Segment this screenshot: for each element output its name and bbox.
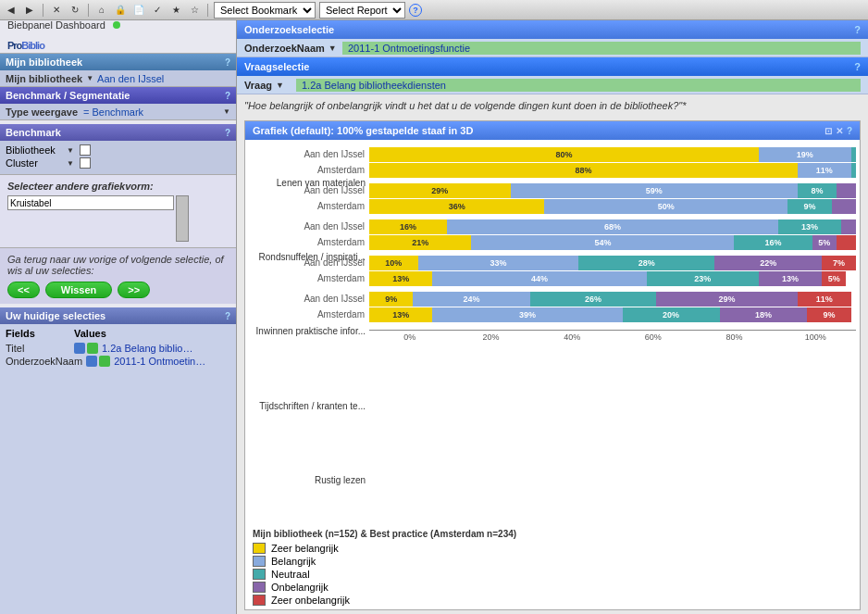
mijn-bibliotheek-help[interactable]: ? bbox=[225, 57, 230, 68]
bar-segment-0-1-2 bbox=[851, 163, 856, 178]
sep1 bbox=[43, 4, 43, 17]
nav-back-icon[interactable]: ◀ bbox=[4, 3, 19, 18]
sidebar: Biebpanel Dashboard ProBiblio Mijn bibli… bbox=[0, 20, 237, 614]
bar-sublabel-1-1: Amsterdam bbox=[254, 199, 365, 214]
report-select[interactable]: Select Report bbox=[319, 2, 405, 19]
chart-area: Lenen van materialenRondsnuffelen / insp… bbox=[245, 140, 860, 523]
bookmark-select[interactable]: Select Bookmark bbox=[214, 2, 316, 19]
cluster-label: Cluster bbox=[6, 157, 61, 169]
bar-segment-4-0-3: 29% bbox=[656, 292, 798, 307]
benchmark-items: Bibliotheek ▼ Cluster ▼ bbox=[0, 141, 236, 174]
chart-label-group-3: Tijdschriften / kranten te... bbox=[249, 401, 366, 411]
chart-label-group-4: Rustig lezen bbox=[249, 475, 366, 485]
bar-segment-4-0-0: 9% bbox=[369, 292, 413, 307]
bar-segment-3-0-3: 22% bbox=[714, 256, 822, 270]
help-icon[interactable]: ? bbox=[409, 4, 422, 17]
legend-item-1: Belangrijk bbox=[253, 556, 852, 567]
vraag-header: Vraagselectie ? bbox=[237, 57, 868, 76]
chart-label-group-2: Inwinnen praktische infor... bbox=[249, 326, 366, 336]
chart-header: Grafiek (default): 100% gestapelde staaf… bbox=[245, 121, 860, 140]
mijn-bibliotheek-dropdown[interactable]: ▼ bbox=[86, 74, 93, 82]
page-icon[interactable]: 📄 bbox=[131, 3, 146, 18]
home-icon[interactable]: ⌂ bbox=[94, 3, 109, 18]
ga-terug-section: Ga terug naar uw vorige of volgende sele… bbox=[0, 247, 236, 304]
vraag-help[interactable]: ? bbox=[854, 61, 861, 72]
star-icon[interactable]: ★ bbox=[168, 3, 183, 18]
bar-segment-2-1-4 bbox=[837, 235, 856, 250]
bar-sublabel-0-0: Aan den IJssel bbox=[254, 147, 365, 162]
chart-label-main-2: Inwinnen praktische infor... bbox=[249, 326, 366, 336]
check-icon[interactable]: ✓ bbox=[150, 3, 165, 18]
legend-items: Zeer belangrijkBelangrijkNeutraalOnbelan… bbox=[253, 543, 852, 606]
stop-icon[interactable]: ✕ bbox=[49, 3, 64, 18]
bar-segment-1-0-1: 59% bbox=[511, 183, 798, 198]
bar-segment-3-0-0: 10% bbox=[369, 256, 418, 270]
type-weergave-value: = Benchmark bbox=[83, 107, 219, 118]
bar-segment-2-0-3 bbox=[841, 219, 856, 234]
green-icon-titel[interactable] bbox=[87, 343, 98, 354]
main-layout: Biebpanel Dashboard ProBiblio Mijn bibli… bbox=[0, 20, 868, 614]
bar-row-1-0: Aan den IJssel29%59%8% bbox=[369, 183, 856, 198]
bar-segment-2-1-2: 16% bbox=[734, 235, 812, 250]
vraag-dropdown-arrow[interactable]: ▼ bbox=[276, 81, 284, 90]
brand-title: ProBiblio bbox=[7, 31, 120, 55]
benchmark-help[interactable]: ? bbox=[225, 91, 230, 101]
selecteer-input[interactable] bbox=[7, 195, 174, 210]
bibliotheek-checkbox[interactable] bbox=[80, 144, 91, 156]
chart-close-icon[interactable]: ✕ bbox=[836, 126, 843, 136]
cluster-checkbox[interactable] bbox=[80, 157, 91, 169]
cluster-row: Cluster ▼ bbox=[6, 157, 230, 169]
bar-segment-3-1-2: 23% bbox=[647, 271, 759, 286]
bibliotheek-arrow[interactable]: ▼ bbox=[67, 146, 74, 155]
toolbar: ◀ ▶ ✕ ↻ ⌂ 🔒 📄 ✓ ★ ☆ Select Bookmark Sele… bbox=[0, 0, 868, 20]
bar-segment-4-1-1: 39% bbox=[432, 307, 622, 322]
mijn-bibliotheek-header: Mijn bibliotheek ? bbox=[0, 54, 236, 70]
legend-label-2: Neutraal bbox=[271, 569, 310, 580]
cluster-arrow[interactable]: ▼ bbox=[67, 159, 74, 168]
mijn-bibliotheek-field-label: Mijn bibliotheek bbox=[6, 73, 82, 84]
bar-segment-4-0-4: 11% bbox=[798, 292, 851, 307]
content-area: Onderzoekselectie ? OnderzoekNaam ▼ 2011… bbox=[237, 20, 868, 614]
bar-row-0-0: Aan den IJssel80%19% bbox=[369, 147, 856, 162]
bar-row-4-1: Amsterdam13%39%20%18%9% bbox=[369, 307, 856, 322]
chart-help-icon[interactable]: ? bbox=[847, 126, 852, 136]
bar-row-1-1: Amsterdam36%50%9% bbox=[369, 199, 856, 214]
edit-icon-onderzoeknaam[interactable] bbox=[86, 356, 97, 367]
forward-button[interactable]: >> bbox=[118, 282, 150, 298]
type-weergave-dropdown[interactable]: ▼ bbox=[223, 107, 230, 116]
lock-icon[interactable]: 🔒 bbox=[113, 3, 128, 18]
bar-segment-2-1-3: 5% bbox=[812, 235, 837, 250]
bar-group-2: Aan den IJssel16%68%13%Amsterdam21%54%16… bbox=[369, 219, 856, 250]
nav-forward-icon[interactable]: ▶ bbox=[22, 3, 37, 18]
vraag-row: Vraag ▼ 1.2a Belang bibliotheekdiensten bbox=[237, 76, 868, 94]
chart-resize-icon[interactable]: ⊡ bbox=[825, 126, 832, 136]
bar-row-0-1: Amsterdam88%11% bbox=[369, 163, 856, 178]
uw-val-titel: 1.2a Belang bibliotheedc bbox=[102, 343, 194, 354]
benchmark-section-help[interactable]: ? bbox=[225, 128, 230, 138]
ga-terug-text: Ga terug naar uw vorige of volgende sele… bbox=[7, 254, 229, 276]
onderzoek-header: Onderzoekselectie ? bbox=[237, 20, 868, 39]
wissen-button[interactable]: Wissen bbox=[45, 282, 112, 298]
uw-selecties-help[interactable]: ? bbox=[225, 311, 230, 321]
onderzoek-help[interactable]: ? bbox=[854, 24, 861, 35]
chart-bars-area: Aan den IJssel80%19%Amsterdam88%11%Aan d… bbox=[369, 147, 856, 520]
selecteer-scrollbar[interactable] bbox=[176, 195, 189, 242]
bar-sublabel-2-0: Aan den IJssel bbox=[254, 219, 365, 234]
x-tick: 0% bbox=[369, 331, 451, 342]
green-icon-onderzoeknaam[interactable] bbox=[99, 356, 110, 367]
bar-segment-3-1-3: 13% bbox=[759, 271, 822, 286]
bar-segment-3-1-4: 5% bbox=[822, 271, 846, 286]
bar-sublabel-3-1: Amsterdam bbox=[254, 271, 365, 286]
refresh-icon[interactable]: ↻ bbox=[68, 3, 82, 18]
onderzoek-dropdown-arrow[interactable]: ▼ bbox=[329, 44, 337, 53]
bar-sublabel-4-0: Aan den IJssel bbox=[254, 292, 365, 307]
bar-segment-3-0-1: 33% bbox=[418, 256, 579, 270]
back-button[interactable]: << bbox=[7, 282, 40, 298]
legend-item-2: Neutraal bbox=[253, 569, 852, 580]
edit-icon-titel[interactable] bbox=[74, 343, 85, 354]
uw-icons-onderzoeknaam bbox=[86, 356, 110, 367]
star2-icon[interactable]: ☆ bbox=[187, 3, 202, 18]
type-weergave-row: Type weergave = Benchmark ▼ bbox=[0, 104, 236, 120]
chart-label-main-3: Tijdschriften / kranten te... bbox=[249, 401, 366, 411]
mijn-bibliotheek-value: Aan den IJssel bbox=[97, 73, 230, 84]
